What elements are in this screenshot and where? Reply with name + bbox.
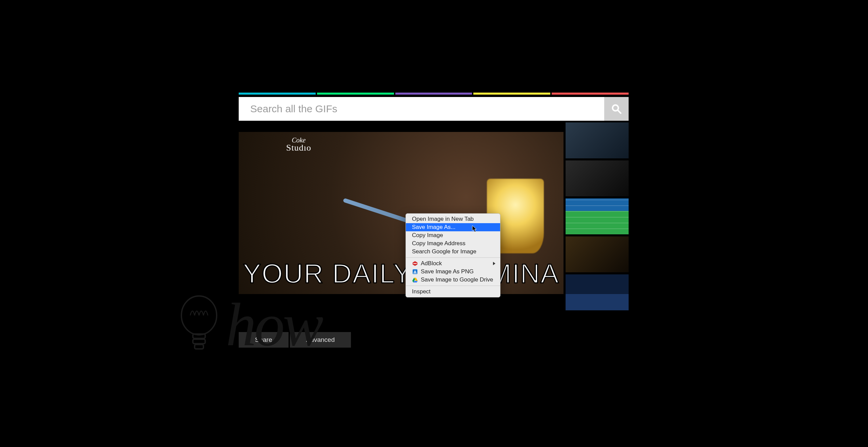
source-watermark: Coke Studıo bbox=[286, 137, 311, 152]
submenu-arrow-icon bbox=[493, 262, 495, 265]
watermark-line2: Studıo bbox=[286, 143, 311, 152]
thumbnail-1[interactable] bbox=[566, 122, 629, 158]
main-gif[interactable]: Coke Studıo YOUR DAILY DOS MINA bbox=[239, 132, 564, 294]
ctx-save-image-as[interactable]: Save Image As... bbox=[406, 223, 500, 231]
ctx-save-as-png[interactable]: Save Image As PNG bbox=[406, 268, 500, 276]
search-button[interactable] bbox=[604, 97, 629, 121]
ctx-open-new-tab[interactable]: Open Image in New Tab bbox=[406, 215, 500, 223]
top-color-strip bbox=[239, 93, 629, 95]
ctx-inspect[interactable]: Inspect bbox=[406, 288, 500, 296]
adblock-icon bbox=[412, 260, 418, 267]
ctx-search-google[interactable]: Search Google for Image bbox=[406, 248, 500, 256]
save-png-icon bbox=[412, 269, 418, 275]
svg-rect-7 bbox=[413, 263, 417, 264]
ctx-separator-1 bbox=[406, 257, 500, 258]
svg-rect-5 bbox=[195, 345, 203, 349]
search-bar bbox=[239, 97, 629, 121]
app-frame: Coke Studıo YOUR DAILY DOS MINA Share Ad… bbox=[176, 91, 692, 356]
context-menu: Open Image in New Tab Save Image As... C… bbox=[406, 213, 500, 297]
svg-rect-9 bbox=[413, 273, 417, 273]
thumbnail-5[interactable] bbox=[566, 274, 629, 310]
thumbnail-4[interactable] bbox=[566, 236, 629, 272]
related-thumbnails bbox=[566, 122, 629, 310]
watermark-line1: Coke bbox=[286, 137, 311, 143]
ctx-copy-image-address[interactable]: Copy Image Address bbox=[406, 239, 500, 248]
svg-line-1 bbox=[618, 110, 621, 113]
lightbulb-icon bbox=[177, 293, 221, 355]
how-watermark: how bbox=[226, 290, 321, 360]
ctx-save-to-drive[interactable]: Save Image to Google Drive bbox=[406, 276, 500, 284]
ctx-separator-2 bbox=[406, 286, 500, 286]
ctx-copy-image[interactable]: Copy Image bbox=[406, 231, 500, 239]
thumbnail-2[interactable] bbox=[566, 160, 629, 196]
ctx-adblock[interactable]: AdBlock bbox=[406, 259, 500, 268]
search-icon bbox=[611, 103, 622, 115]
gif-caption: YOUR DAILY DOS MINA bbox=[243, 258, 559, 289]
search-input[interactable] bbox=[239, 97, 604, 121]
svg-rect-4 bbox=[193, 339, 205, 344]
thumbnail-3[interactable] bbox=[566, 198, 629, 234]
google-drive-icon bbox=[412, 277, 418, 283]
svg-rect-3 bbox=[193, 334, 205, 338]
